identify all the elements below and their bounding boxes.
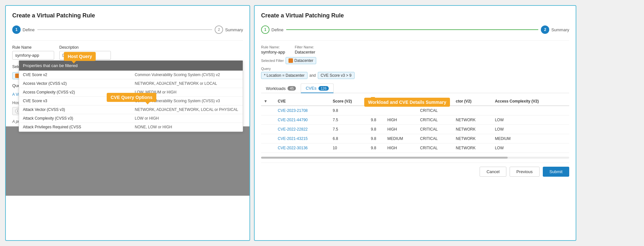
td-severity-v3: CRITICAL — [417, 134, 453, 143]
dropdown-row[interactable]: Attack Complexity (CVSS v3) LOW or HIGH — [19, 114, 243, 123]
step2-circle: 2 — [215, 25, 223, 34]
tab-cves-label: CVEs — [306, 86, 316, 91]
step2-label: Summary — [225, 27, 243, 32]
td-vector: NETWORK — [453, 115, 492, 125]
td-empty — [261, 143, 275, 153]
query-pill: * Location = Datacenter — [261, 72, 307, 79]
cve-link[interactable]: CVE-2021-43215 — [278, 136, 308, 141]
right-panel: Create a Virtual Patching Rule 1 Define … — [254, 5, 576, 241]
td-empty — [261, 125, 275, 134]
scrollbar-thumb[interactable] — [261, 157, 508, 159]
form-row: Rule Name Description — [12, 45, 243, 60]
td-cve: CVE-2021-43215 — [275, 134, 330, 143]
td-cve: CVE-2021-44790 — [275, 115, 330, 125]
td-vector: NETWORK — [453, 134, 492, 143]
dropdown-row[interactable]: CVE Score v2 Common Vulnerability Scorin… — [19, 71, 243, 79]
tab-workloads-label: Workloads — [266, 86, 286, 91]
tab-workloads[interactable]: Workloads 45 — [261, 84, 301, 93]
dropdown-property: Attack Complexity (CVSS v3) — [19, 114, 131, 123]
query-display-label: Query — [261, 67, 569, 71]
td-severity-v2: MEDIUM — [385, 134, 417, 143]
td-complexity: MEDIUM — [492, 134, 569, 143]
td-score-v3: 9.8 — [368, 115, 385, 125]
cancel-button[interactable]: Cancel — [480, 167, 506, 177]
selected-filter-icon — [288, 58, 293, 63]
th-filter: ▼ — [261, 97, 275, 106]
td-vector — [453, 106, 492, 115]
td-cve: CVE-2022-22822 — [275, 125, 330, 134]
td-empty — [261, 134, 275, 143]
selected-filter-chip: Datacenter — [286, 57, 316, 64]
right-step1-circle: 1 — [261, 25, 269, 34]
th-vector-v2: ctor (V2) — [453, 97, 492, 106]
summary-rule-name: Rule Name: symfony-app — [261, 45, 285, 54]
td-complexity: LOW — [492, 115, 569, 125]
cve-link[interactable]: CVE-2023-21708 — [278, 108, 308, 113]
right-panel-title: Create a Virtual Patching Rule — [261, 12, 569, 19]
rule-name-field: Rule Name — [12, 45, 54, 60]
td-empty — [261, 115, 275, 125]
summary-rule-value: symfony-app — [261, 50, 285, 54]
selected-filter-label: Selected Filter — [261, 59, 284, 63]
divider-top — [12, 40, 243, 41]
right-stepper: 1 Define 2 Summary — [261, 25, 569, 34]
dropdown-values: NETWORK, ADJACENT_NETWORK or LOCAL — [131, 79, 243, 88]
dropdown-row[interactable]: Attack Vector (CVSS v3) NETWORK, ADJACEN… — [19, 105, 243, 114]
right-step-connector — [286, 29, 539, 30]
td-severity-v3: CRITICAL — [417, 115, 453, 125]
td-score-v2: 9.8 — [330, 106, 368, 115]
query-keyword: and — [309, 73, 316, 78]
dropdown-property: CVE Score v2 — [19, 71, 131, 79]
td-score-v2: 7.5 — [330, 125, 368, 134]
td-empty — [261, 106, 275, 115]
td-vector: NETWORK — [453, 143, 492, 153]
td-score-v2: 6.8 — [330, 134, 368, 143]
step1-circle: 1 — [12, 25, 21, 34]
td-cve: CVE-2023-21708 — [275, 106, 330, 115]
table-filter-icon[interactable]: ▼ — [264, 99, 268, 103]
table-row: CVE-2023-21708 9.8 CRITICAL — [261, 106, 569, 115]
submit-button[interactable]: Submit — [543, 167, 569, 177]
step-connector — [37, 29, 212, 30]
td-score-v2: 7.5 — [330, 115, 368, 125]
td-score-v3: 9.8 — [368, 125, 385, 134]
query-pill: CVE Score v3 > 9 — [318, 72, 355, 79]
dropdown-row[interactable]: Access Vector (CVSS v2) NETWORK, ADJACEN… — [19, 79, 243, 88]
summary-filter-label: Filter Name: — [295, 45, 315, 49]
td-vector: NETWORK — [453, 125, 492, 134]
dropdown-values: Common Vulnerability Scoring System (CVS… — [131, 71, 243, 79]
th-score-v2: Score (V2) — [330, 97, 368, 106]
previous-button[interactable]: Previous — [510, 167, 540, 177]
dropdown-values: NONE, LOW or HIGH — [131, 123, 243, 132]
dropdown-values: LOW or HIGH — [131, 114, 243, 123]
scrollbar-track[interactable] — [261, 157, 569, 159]
query-display: Query * Location = DatacenterandCVE Scor… — [261, 67, 569, 79]
right-step1-label: Define — [271, 27, 284, 32]
dropdown-values: NETWORK, ADJACENT_NETWORK, LOCAL or PHYS… — [131, 105, 243, 114]
td-score-v3: 9.8 — [368, 134, 385, 143]
td-cve: CVE-2022-30136 — [275, 143, 330, 153]
left-panel-title: Create a Virtual Patching Rule — [12, 12, 243, 19]
th-cve: CVE — [275, 97, 330, 106]
cve-link[interactable]: CVE-2022-30136 — [278, 146, 308, 150]
bottom-actions: Cancel Previous Submit — [261, 162, 569, 177]
tab-cves[interactable]: CVEs 126 — [301, 84, 334, 93]
selected-filter-chip-text: Datacenter — [294, 58, 313, 63]
dropdown-header: Properties that can be filtered — [19, 61, 243, 71]
cve-link[interactable]: CVE-2022-22822 — [278, 127, 308, 132]
summary-row: Rule Name: symfony-app Filter Name: Data… — [261, 45, 569, 54]
th-complexity-v2: Access Complexity (V2) — [492, 97, 569, 106]
dropdown-property: Access Vector (CVSS v2) — [19, 79, 131, 88]
description-label: Description — [59, 45, 111, 50]
dropdown-property: Attack Vector (CVSS v3) — [19, 105, 131, 114]
host-query-callout: Host Query — [64, 52, 96, 61]
summary-filter-name: Filter Name: Datacenter — [295, 45, 315, 54]
cve-link[interactable]: CVE-2021-44790 — [278, 118, 308, 122]
rule-name-input[interactable] — [12, 51, 54, 60]
selected-filter-row: Selected Filter Datacenter — [261, 57, 569, 64]
td-severity-v3: CRITICAL — [417, 106, 453, 115]
summary-callout: Workload and CVE Details Summary — [364, 98, 450, 107]
dropdown-row[interactable]: Attack Privileges Required (CVSS NONE, L… — [19, 123, 243, 132]
dropdown-property: Attack Privileges Required (CVSS — [19, 123, 131, 132]
td-severity-v2: HIGH — [385, 143, 417, 153]
